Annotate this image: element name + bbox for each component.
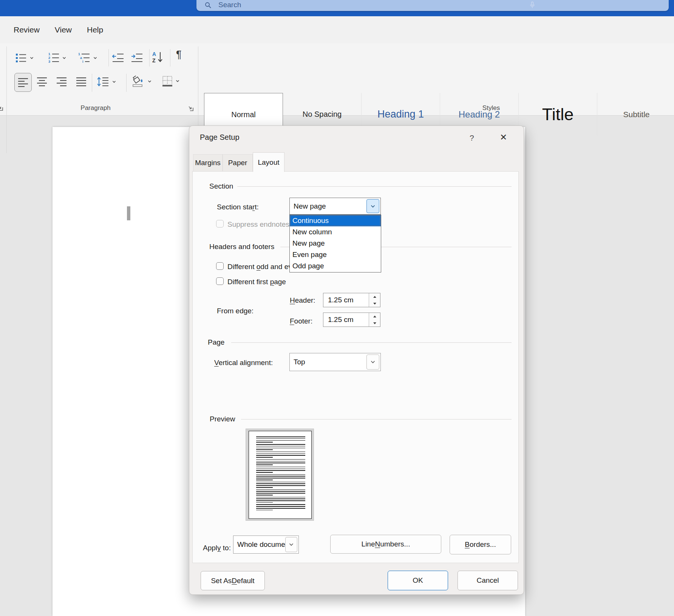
chevron-down-icon bbox=[148, 80, 151, 83]
different-first-page-checkbox[interactable] bbox=[216, 277, 224, 285]
sort-button[interactable]: AZ bbox=[152, 50, 163, 64]
different-odd-even-checkbox[interactable] bbox=[216, 262, 224, 270]
spin-down-icon bbox=[373, 322, 376, 324]
chevron-down-icon bbox=[112, 80, 116, 83]
option-new-column[interactable]: New column bbox=[290, 226, 381, 238]
group-line bbox=[231, 342, 512, 343]
option-even-page[interactable]: Even page bbox=[290, 249, 381, 260]
multilevel-list-button[interactable]: 1ai bbox=[78, 52, 97, 64]
decrease-indent-icon bbox=[112, 53, 125, 63]
title-bar bbox=[0, 0, 674, 16]
borders-button[interactable] bbox=[162, 75, 179, 87]
from-edge-label: From edge: bbox=[217, 307, 254, 315]
cancel-button[interactable]: Cancel bbox=[458, 571, 518, 590]
apply-to-label: Apply to: bbox=[203, 544, 231, 552]
section-start-combobox[interactable]: New page bbox=[289, 198, 381, 215]
decrease-indent-button[interactable] bbox=[112, 53, 125, 63]
dictate-icon[interactable] bbox=[530, 2, 535, 11]
svg-text:A: A bbox=[152, 51, 156, 57]
divider bbox=[126, 74, 127, 92]
apply-to-combobox[interactable]: Whole document bbox=[233, 536, 299, 554]
borders-icon bbox=[162, 75, 173, 87]
spin-up-icon bbox=[373, 296, 376, 298]
pilcrow-icon: ¶ bbox=[176, 49, 182, 60]
option-continuous[interactable]: Continuous bbox=[290, 215, 381, 226]
footer-spinbox[interactable]: 1.25 cm bbox=[323, 313, 380, 327]
vertical-alignment-combobox[interactable]: Top bbox=[289, 353, 381, 371]
align-center-icon bbox=[36, 77, 48, 87]
multilevel-list-icon: 1ai bbox=[78, 52, 91, 64]
increase-indent-button[interactable] bbox=[131, 53, 144, 63]
align-left-button[interactable] bbox=[14, 73, 32, 92]
footer-spin-up[interactable] bbox=[369, 313, 380, 320]
apply-to-dropdown-button[interactable] bbox=[285, 537, 297, 552]
line-numbers-button[interactable]: Line Numbers... bbox=[330, 535, 441, 554]
section-start-dropdown-button[interactable] bbox=[366, 199, 379, 213]
header-spinbox[interactable]: 1.25 cm bbox=[323, 293, 380, 307]
page-group-caption: Page bbox=[208, 338, 224, 347]
menu-help[interactable]: Help bbox=[85, 23, 105, 37]
preview-page-thumbnail bbox=[249, 431, 312, 519]
header-spin-up[interactable] bbox=[369, 293, 380, 300]
search-box[interactable] bbox=[196, 0, 669, 11]
align-right-icon bbox=[56, 77, 67, 87]
group-divider bbox=[6, 46, 7, 153]
section-group-caption: Section bbox=[209, 182, 233, 190]
chevron-down-icon bbox=[371, 205, 375, 208]
search-icon bbox=[205, 2, 212, 10]
tab-margins[interactable]: Margins bbox=[193, 154, 223, 172]
align-right-button[interactable] bbox=[56, 77, 67, 87]
option-new-page[interactable]: New page bbox=[290, 238, 381, 249]
suppress-endnotes-checkbox[interactable] bbox=[216, 220, 224, 228]
dialog-title: Page Setup bbox=[200, 133, 240, 142]
clipboard-dialog-launcher-icon[interactable] bbox=[0, 105, 3, 112]
style-subtitle[interactable]: Subtitle bbox=[597, 93, 674, 136]
justify-button[interactable] bbox=[76, 77, 87, 87]
group-line bbox=[237, 186, 512, 187]
show-formatting-button[interactable]: ¶ bbox=[176, 49, 182, 60]
borders-button[interactable]: Borders... bbox=[450, 535, 511, 554]
close-icon[interactable]: ✕ bbox=[500, 132, 507, 142]
paragraph-dialog-launcher-icon[interactable] bbox=[188, 105, 193, 113]
chevron-down-icon bbox=[289, 543, 294, 546]
help-icon[interactable]: ? bbox=[470, 133, 474, 142]
chevron-down-icon bbox=[371, 361, 375, 364]
bullet-list-button[interactable] bbox=[15, 52, 34, 63]
ok-button[interactable]: OK bbox=[388, 571, 448, 590]
page-setup-dialog: Page Setup ? ✕ Margins Paper Layout Sect… bbox=[189, 125, 524, 595]
headers-footers-caption: Headers and footers bbox=[209, 243, 274, 251]
justify-icon bbox=[76, 77, 87, 87]
style-title[interactable]: Title bbox=[519, 93, 597, 136]
shading-button[interactable] bbox=[131, 75, 151, 87]
menu-review[interactable]: Review bbox=[12, 23, 41, 37]
numbered-list-button[interactable]: 123 bbox=[48, 52, 66, 64]
screen: Review View Help 123 1ai bbox=[0, 0, 674, 616]
group-line bbox=[241, 419, 512, 419]
header-spin-down[interactable] bbox=[369, 300, 380, 307]
tab-layout[interactable]: Layout bbox=[253, 152, 284, 172]
preview-group-caption: Preview bbox=[210, 415, 235, 423]
text-cursor bbox=[127, 206, 130, 220]
tab-paper[interactable]: Paper bbox=[223, 154, 253, 172]
preview-frame bbox=[246, 429, 314, 521]
layout-tab-panel: Section Section start: New page Continuo… bbox=[192, 171, 519, 563]
section-start-listbox: Continuous New column New page Even page… bbox=[289, 215, 381, 272]
vertical-alignment-dropdown-button[interactable] bbox=[366, 354, 379, 370]
option-odd-page[interactable]: Odd page bbox=[290, 260, 381, 272]
vertical-alignment-label: Vertical alignment: bbox=[214, 359, 273, 367]
suppress-endnotes-label: Suppress endnotes bbox=[227, 220, 289, 229]
footer-spin-down[interactable] bbox=[369, 320, 380, 327]
set-as-default-button[interactable]: Set As Default bbox=[201, 571, 265, 590]
search-input[interactable] bbox=[218, 0, 332, 9]
styles-group-caption: Styles bbox=[453, 104, 529, 112]
menu-view[interactable]: View bbox=[53, 23, 73, 37]
svg-text:Z: Z bbox=[152, 57, 156, 63]
line-spacing-button[interactable] bbox=[97, 76, 116, 87]
chevron-down-icon bbox=[93, 57, 97, 59]
divider bbox=[170, 49, 170, 67]
divider bbox=[108, 49, 109, 67]
align-center-button[interactable] bbox=[36, 77, 48, 87]
spin-up-icon bbox=[373, 316, 376, 317]
menu-bar: Review View Help bbox=[0, 16, 674, 43]
chevron-down-icon bbox=[30, 57, 34, 59]
